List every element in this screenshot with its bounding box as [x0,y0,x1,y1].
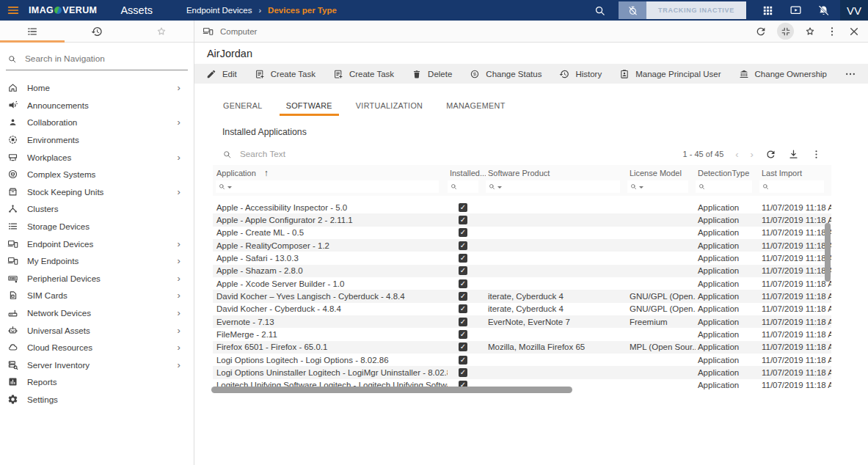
more-actions-icon[interactable] [845,68,856,80]
sidebar-item-sim-cards[interactable]: SIM Cards › [0,287,194,304]
tab-management[interactable]: MANAGEMENT [440,97,511,116]
sidebar-item-endpoint-devices[interactable]: Endpoint Devices › [0,235,194,252]
delete-button[interactable]: Delete [412,69,452,79]
sidebar-item-peripherial-devices[interactable]: Peripherial Devices › [0,270,194,288]
sidebar-view-tab[interactable] [65,21,129,42]
favorite-icon[interactable] [804,26,816,37]
column-filter-input[interactable] [759,180,824,193]
installed-checkbox[interactable]: ✓ [459,330,467,339]
table-row[interactable]: Logi Options Uninstaller Logitech - Logi… [213,366,831,378]
installed-checkbox[interactable]: ✓ [459,254,467,263]
sidebar-item-collaboration[interactable]: Collaboration › [0,114,194,131]
sidebar-item-reports[interactable]: Reports › [0,373,194,391]
installed-checkbox[interactable]: ✓ [459,368,467,377]
table-row[interactable]: Logi Options Logitech - Logi Options - 8… [213,354,831,366]
installed-checkbox[interactable]: ✓ [459,279,467,288]
installed-checkbox[interactable]: ✓ [459,343,467,351]
installed-checkbox[interactable]: ✓ [459,292,467,301]
tab-software[interactable]: SOFTWARE [280,97,339,116]
table-row[interactable]: Apple - RealityComposer - 1.2 ✓ Applicat… [213,239,831,252]
installed-checkbox[interactable]: ✓ [459,241,467,250]
column-header-detectiontype[interactable]: DetectionType [696,169,759,177]
table-search-input[interactable] [238,148,415,160]
page-next-icon[interactable]: › [751,150,754,159]
more-vertical-icon[interactable] [826,26,838,37]
installed-checkbox[interactable]: ✓ [459,304,467,313]
change-ownership-button[interactable]: Change Ownership [739,69,827,79]
table-row[interactable]: David Kocher – Yves Langisch - Cyberduck… [213,290,831,302]
horizontal-scrollbar[interactable] [211,387,572,393]
column-header-license-model[interactable]: License Model [627,169,696,177]
column-filter-input[interactable] [696,180,752,193]
table-row[interactable]: FileMerge - 2.11 ✓ Application 11/07/201… [213,328,831,340]
table-menu-icon[interactable] [811,149,822,160]
search-icon[interactable] [594,4,606,17]
installed-checkbox[interactable]: ✓ [459,356,467,365]
user-avatar[interactable]: VV [840,0,868,21]
tracking-toggle[interactable] [619,1,646,19]
download-icon[interactable] [788,149,799,160]
edit-button[interactable]: Edit [206,69,237,79]
hamburger-menu-icon[interactable] [7,4,20,17]
table-row[interactable]: Firefox 6501 - Firefox - 65.0.1 ✓ Mozill… [213,341,831,354]
create-task-button[interactable]: Create Task [333,69,394,79]
column-filter-input[interactable] [627,180,688,193]
sidebar-item-server-inventory[interactable]: Server Inventory › [0,356,194,374]
close-icon[interactable] [848,26,860,37]
column-filter-input[interactable] [448,180,478,193]
apps-grid-icon[interactable] [762,4,774,17]
vertical-scrollbar[interactable] [825,223,831,282]
sidebar-view-tab[interactable] [0,21,65,42]
installed-checkbox[interactable]: ✓ [459,203,467,212]
sidebar-item-workplaces[interactable]: Workplaces › [0,148,194,166]
column-filter-input[interactable] [216,180,439,193]
remote-session-icon[interactable] [789,4,802,17]
sidebar-item-universal-assets[interactable]: Universal Assets › [0,321,194,339]
sidebar-item-complex-systems[interactable]: Complex Systems › [0,166,194,183]
table-row[interactable]: Apple - Xcode Server Builder - 1.0 ✓ App… [213,277,831,290]
table-row[interactable]: Apple - Shazam - 2.8.0 ✓ Application 11/… [213,265,831,277]
sidebar-item-announcements[interactable]: Announcements › [0,97,194,114]
sidebar-item-clusters[interactable]: Clusters › [0,200,194,218]
sidebar-item-my-endpoints[interactable]: My Endpoints › [0,252,194,270]
column-header-software-product[interactable]: Software Product [486,169,627,177]
table-row[interactable]: David Kocher - Cyberduck - 4.8.4 ✓ itera… [213,303,831,315]
history-button[interactable]: History [559,69,602,79]
sidebar-item-cloud-resources[interactable]: Cloud Resources › [0,339,194,356]
breadcrumb-parent[interactable]: Endpoint Devices [186,6,252,15]
change-status-button[interactable]: Change Status [470,69,541,79]
sidebar-view-tab[interactable] [129,21,194,42]
column-header-installed[interactable]: Installed... [448,169,486,177]
sidebar-item-storage-devices[interactable]: Storage Devices › [0,218,194,235]
sidebar-item-network-devices[interactable]: Network Devices › [0,304,194,322]
tab-general[interactable]: GENERAL [216,97,269,116]
manage-principal-user-button[interactable]: Manage Principal User [619,69,721,79]
create-task-button[interactable]: Create Task [255,69,316,79]
table-row[interactable]: Apple - Accessibility Inspector - 5.0 ✓ … [213,201,831,213]
table-row[interactable]: Apple - Safari - 13.0.3 ✓ Application 11… [213,252,831,264]
installed-checkbox[interactable]: ✓ [459,318,467,326]
table-row[interactable]: Apple - Create ML - 0.5 ✓ Application 11… [213,227,831,239]
sidebar-search-input[interactable] [23,53,186,65]
table-row[interactable]: Evernote - 7.13 ✓ EverNote, EverNote 7 F… [213,315,831,328]
installed-checkbox[interactable]: ✓ [459,216,467,224]
column-header-application[interactable]: Application ↑ [213,168,448,178]
column-header-last-import[interactable]: Last Import [759,169,831,177]
column-filter-input[interactable] [486,180,620,193]
table-row[interactable]: Apple - Apple Configurator 2 - 2.11.1 ✓ … [213,213,831,226]
sidebar-item-environments[interactable]: Environments › [0,131,194,149]
sidebar-item-stock-keeping-units[interactable]: Stock Keeping Units › [0,183,194,201]
page-prev-icon[interactable]: ‹ [735,150,738,159]
record-type-tab[interactable]: Computer [203,26,258,37]
sidebar-item-settings[interactable]: Settings › [0,391,194,409]
tab-virtualization[interactable]: VIRTUALIZATION [349,97,429,116]
notifications-muted-icon[interactable] [817,4,830,17]
collapse-icon[interactable] [781,26,791,37]
tracking-status-badge[interactable]: TRACKING INACTIVE [646,1,746,19]
table-refresh-icon[interactable] [765,149,776,160]
installed-checkbox[interactable]: ✓ [459,228,467,237]
sidebar-item-home[interactable]: Home › [0,79,194,97]
breadcrumb-current[interactable]: Devices per Type [268,6,337,15]
installed-checkbox[interactable]: ✓ [459,266,467,275]
collapse-icon-wrapper[interactable] [777,23,794,40]
